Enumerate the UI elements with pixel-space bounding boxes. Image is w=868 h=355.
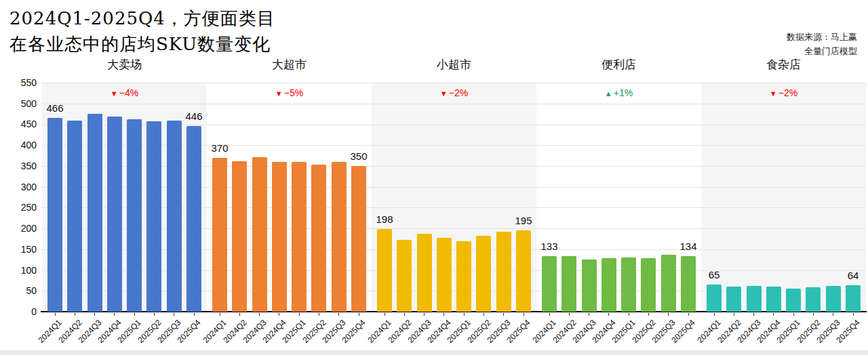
y-tick-value: 550 bbox=[0, 76, 37, 89]
trend-up-icon: ▲ bbox=[605, 89, 612, 98]
x-tick-mark bbox=[503, 313, 504, 316]
x-tick-mark bbox=[443, 313, 444, 316]
gridline bbox=[42, 104, 866, 104]
x-tick-mark bbox=[134, 313, 135, 316]
trend-badge: ▲+1% bbox=[536, 87, 701, 98]
y-tick-value: 0 bbox=[0, 305, 37, 318]
chart-panel: ▼−4%2024Q12024Q22024Q32024Q42025Q12025Q2… bbox=[42, 83, 207, 312]
bar bbox=[661, 255, 676, 312]
gridline bbox=[42, 187, 866, 188]
x-tick-mark bbox=[833, 313, 833, 316]
data-source-line1: 数据来源：马上赢 bbox=[787, 30, 857, 44]
x-tick-mark bbox=[773, 313, 774, 316]
y-tick-value: 250 bbox=[0, 201, 37, 214]
bar bbox=[582, 259, 597, 312]
value-label: 446 bbox=[185, 110, 202, 122]
bar bbox=[601, 258, 616, 312]
bar bbox=[292, 162, 307, 312]
y-tick-value: 500 bbox=[0, 97, 37, 110]
bar bbox=[806, 287, 821, 312]
chart-panel: ▲+1%2024Q12024Q22024Q32024Q42025Q12025Q2… bbox=[536, 83, 701, 312]
value-label: 198 bbox=[376, 213, 393, 225]
bar bbox=[681, 256, 696, 312]
x-tick-mark bbox=[154, 313, 155, 316]
x-tick-mark bbox=[424, 313, 425, 316]
gridline bbox=[42, 249, 866, 250]
x-tick-mark bbox=[384, 313, 385, 316]
trend-down-icon: ▼ bbox=[440, 89, 448, 98]
trend-label: −5% bbox=[284, 87, 303, 98]
x-tick-mark bbox=[549, 313, 550, 316]
x-tick-mark bbox=[608, 313, 609, 316]
x-tick-mark bbox=[753, 313, 754, 316]
y-tick-value: 300 bbox=[0, 180, 37, 194]
x-tick-mark bbox=[793, 313, 794, 316]
gridline bbox=[42, 207, 866, 208]
x-tick-mark bbox=[404, 313, 405, 316]
bar bbox=[516, 230, 531, 312]
gridline bbox=[42, 83, 866, 83]
value-label: 350 bbox=[350, 150, 367, 162]
x-tick-mark bbox=[239, 313, 240, 316]
x-tick-mark bbox=[688, 313, 689, 316]
x-tick-mark bbox=[813, 313, 814, 316]
value-label: 195 bbox=[515, 215, 532, 226]
chart-panel: ▼−2%2024Q12024Q22024Q32024Q42025Q12025Q2… bbox=[372, 83, 536, 312]
x-tick-mark bbox=[94, 313, 95, 316]
x-tick-mark bbox=[220, 313, 220, 316]
panel-header: 便利店 bbox=[536, 57, 701, 72]
bar bbox=[456, 241, 471, 312]
bar bbox=[87, 114, 102, 312]
bottom-edge-strip bbox=[0, 350, 868, 355]
panel-header: 大卖场 bbox=[42, 57, 207, 72]
y-tick-value: 50 bbox=[0, 284, 37, 297]
trend-badge: ▼−2% bbox=[701, 87, 866, 98]
bar bbox=[496, 232, 511, 312]
x-tick-mark bbox=[259, 313, 260, 316]
trend-label: −4% bbox=[119, 87, 138, 98]
x-tick-mark bbox=[484, 313, 484, 316]
chart-panel: ▼−5%2024Q12024Q22024Q32024Q42025Q12025Q2… bbox=[207, 83, 372, 312]
panel-header: 食杂店 bbox=[701, 57, 866, 72]
trend-down-icon: ▼ bbox=[275, 89, 283, 98]
chart-title-line1: 2024Q1-2025Q4，方便面类目 bbox=[9, 5, 275, 31]
gridline bbox=[42, 270, 866, 271]
x-tick-mark bbox=[714, 313, 715, 316]
x-tick-mark bbox=[668, 313, 669, 316]
bar bbox=[726, 287, 741, 312]
data-source-note: 数据来源：马上赢 全量门店模型 bbox=[787, 30, 857, 58]
trend-badge: ▼−5% bbox=[207, 87, 372, 98]
bar bbox=[786, 289, 801, 312]
panel-header: 大超市 bbox=[207, 57, 372, 72]
bar bbox=[47, 118, 62, 312]
gridline bbox=[42, 166, 866, 167]
x-tick-mark bbox=[524, 313, 524, 316]
bar bbox=[437, 238, 452, 312]
bar bbox=[186, 126, 201, 312]
bar bbox=[67, 121, 82, 312]
value-label: 370 bbox=[211, 142, 228, 154]
bar bbox=[476, 236, 491, 312]
chart-title-line2: 在各业态中的店均SKU数量变化 bbox=[9, 31, 275, 57]
x-tick-mark bbox=[114, 313, 115, 316]
data-source-line2: 全量门店模型 bbox=[787, 44, 857, 58]
bar bbox=[351, 166, 366, 312]
x-tick-mark bbox=[629, 313, 629, 316]
x-tick-mark bbox=[648, 313, 649, 316]
bar bbox=[127, 119, 142, 312]
gridline bbox=[42, 125, 866, 125]
trend-down-icon: ▼ bbox=[770, 89, 777, 98]
x-tick-mark bbox=[55, 313, 56, 316]
bar bbox=[826, 286, 841, 312]
bar bbox=[212, 158, 227, 312]
y-tick-value: 150 bbox=[0, 243, 37, 256]
bar bbox=[332, 162, 347, 312]
y-tick-value: 200 bbox=[0, 222, 37, 235]
bar bbox=[542, 256, 557, 312]
x-tick-mark bbox=[853, 313, 854, 316]
chart-panel: ▼−2%2024Q12024Q22024Q32024Q42025Q12025Q2… bbox=[701, 83, 866, 312]
bar bbox=[417, 234, 432, 312]
chart-title: 2024Q1-2025Q4，方便面类目 在各业态中的店均SKU数量变化 bbox=[9, 5, 275, 57]
bar bbox=[561, 256, 576, 312]
bar bbox=[707, 285, 722, 312]
